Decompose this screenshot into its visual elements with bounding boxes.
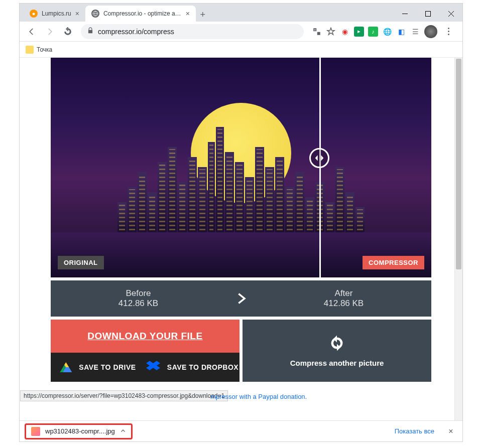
- extensions: ◉ ▸ ♪ 🌐 ◧ ☰: [309, 25, 458, 38]
- file-icon: [31, 427, 40, 436]
- close-icon[interactable]: ×: [186, 10, 190, 18]
- bookmarks-bar: Точка: [20, 42, 462, 58]
- save-drive-button[interactable]: SAVE TO DRIVE: [51, 353, 145, 382]
- compressor-badge: COMPRESSOR: [363, 256, 424, 269]
- google-drive-icon: [60, 362, 72, 372]
- titlebar: ● Lumpics.ru × Compressor.io - optimize …: [20, 4, 462, 22]
- stat-after: After 412.86 KB: [256, 288, 431, 309]
- tab-lumpics[interactable]: ● Lumpics.ru ×: [24, 6, 85, 22]
- ext-green-icon[interactable]: ▸: [354, 27, 364, 37]
- compress-another-label: Compress another picture: [290, 359, 384, 367]
- save-dropbox-button[interactable]: SAVE TO DROPBOX: [145, 353, 240, 382]
- profile-avatar[interactable]: [424, 25, 437, 38]
- stats-bar: Before 412.86 KB After 412.86 KB: [51, 280, 431, 317]
- dropbox-icon: [146, 361, 160, 374]
- svg-rect-1: [425, 11, 430, 16]
- window-controls: [393, 6, 462, 22]
- scroll-thumb[interactable]: [456, 59, 461, 269]
- stat-before-value: 412.86 KB: [51, 298, 226, 309]
- download-filename: wp3102483-compr....jpg: [45, 427, 115, 435]
- bookmark-label[interactable]: Точка: [37, 46, 52, 53]
- download-item[interactable]: wp3102483-compr....jpg: [25, 423, 133, 439]
- lock-icon: [87, 27, 94, 36]
- page-content: ORIGINAL COMPRESSOR Before 412.86 KB Aft…: [20, 58, 462, 420]
- ext-list-icon[interactable]: ☰: [410, 27, 420, 37]
- url-text: compressor.io/compress: [98, 28, 174, 36]
- tab-title: Lumpics.ru: [42, 10, 71, 17]
- ext-cube-icon[interactable]: ◧: [396, 27, 406, 37]
- tab-compressor[interactable]: Compressor.io - optimize and co ×: [85, 6, 196, 22]
- stat-after-label: After: [256, 288, 431, 298]
- ext-music-icon[interactable]: ♪: [368, 27, 378, 37]
- folder-icon: [26, 46, 34, 54]
- star-icon[interactable]: [326, 27, 336, 37]
- save-drive-label: SAVE TO DRIVE: [79, 363, 136, 371]
- slider-handle[interactable]: [309, 148, 329, 168]
- tab-title: Compressor.io - optimize and co: [103, 10, 182, 17]
- download-button[interactable]: DOWNLOAD YOUR FILE: [51, 320, 240, 353]
- reload-button[interactable]: [60, 24, 76, 40]
- ext-red-icon[interactable]: ◉: [340, 27, 350, 37]
- stat-after-value: 412.86 KB: [256, 298, 431, 309]
- close-icon[interactable]: ×: [75, 10, 79, 18]
- new-tab-button[interactable]: +: [196, 8, 210, 22]
- browser-window: ● Lumpics.ru × Compressor.io - optimize …: [19, 3, 463, 442]
- tabs-area: ● Lumpics.ru × Compressor.io - optimize …: [20, 6, 393, 22]
- actions-row: DOWNLOAD YOUR FILE SAVE TO DRIVE SAVE TO…: [51, 320, 431, 382]
- close-button[interactable]: [439, 6, 462, 22]
- vertical-scrollbar[interactable]: [454, 58, 462, 420]
- back-button[interactable]: [24, 24, 40, 40]
- minimize-button[interactable]: [393, 6, 416, 22]
- show-all-button[interactable]: Показать все: [390, 425, 439, 437]
- stat-before-label: Before: [51, 288, 226, 298]
- favicon-compressor: [91, 10, 99, 18]
- ext-globe-icon[interactable]: 🌐: [382, 27, 392, 37]
- forward-button[interactable]: [42, 24, 58, 40]
- donation-link[interactable]: mpressor with a Paypal donation.: [210, 393, 307, 400]
- image-comparison[interactable]: ORIGINAL COMPRESSOR: [51, 58, 431, 277]
- toolbar: compressor.io/compress ◉ ▸ ♪ 🌐 ◧ ☰: [20, 22, 462, 42]
- translate-icon[interactable]: [312, 27, 322, 37]
- shelf-close-button[interactable]: ×: [444, 425, 457, 438]
- save-dropbox-label: SAVE TO DROPBOX: [167, 363, 238, 371]
- arrow-icon: [226, 291, 256, 306]
- menu-button[interactable]: [441, 28, 455, 35]
- status-bar-link: https://compressor.io/server/?file=wp310…: [20, 390, 228, 401]
- download-shelf: wp3102483-compr....jpg Показать все ×: [20, 420, 462, 441]
- compress-another-button[interactable]: Compress another picture: [243, 320, 431, 382]
- address-bar[interactable]: compressor.io/compress: [81, 24, 304, 39]
- comparison-image: [51, 58, 431, 277]
- chevron-up-icon[interactable]: [120, 427, 126, 436]
- refresh-icon: [328, 335, 345, 354]
- maximize-button[interactable]: [416, 6, 439, 22]
- original-badge: ORIGINAL: [58, 256, 104, 269]
- stat-before: Before 412.86 KB: [51, 288, 226, 309]
- favicon-lumpics: ●: [30, 10, 38, 18]
